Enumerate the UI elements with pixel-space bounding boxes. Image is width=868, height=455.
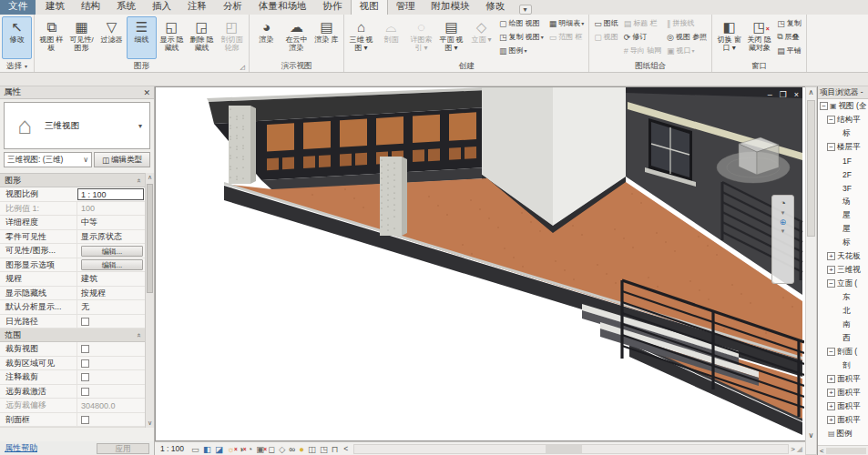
scroll-down-icon[interactable]: ∨ bbox=[806, 430, 816, 441]
tab-注释[interactable]: 注释 bbox=[179, 0, 215, 15]
button-图例[interactable]: ▥图例▾ bbox=[497, 44, 546, 57]
tree-item-标[interactable]: 标 bbox=[818, 126, 868, 140]
expand-box-icon[interactable]: + bbox=[827, 375, 835, 383]
tree-item-结构平[interactable]: −结构平 bbox=[818, 113, 868, 126]
button-平面视图[interactable]: ▤平面 视图 ▾ bbox=[436, 16, 466, 59]
panel-menu-arrow-icon[interactable]: ▾ bbox=[25, 63, 27, 69]
expand-box-icon[interactable]: + bbox=[827, 416, 835, 424]
tree-item-面积平[interactable]: +面积平 bbox=[818, 386, 868, 399]
drawing-area-3d-view[interactable]: – ❐ × ◔▾⊕▾ bbox=[155, 86, 805, 441]
scroll-thumb[interactable] bbox=[546, 445, 582, 453]
tree-item-屋[interactable]: 屋 bbox=[818, 208, 868, 222]
property-value[interactable] bbox=[77, 413, 145, 427]
edit-type-button[interactable]: ◫ 编辑类型 bbox=[94, 152, 150, 167]
show-rendering-dialog-icon[interactable]: ◔ bbox=[247, 444, 252, 454]
checkbox[interactable] bbox=[81, 388, 89, 396]
button-层叠[interactable]: ⧉层叠 bbox=[775, 30, 803, 44]
tree-item-立面 ([interactable]: −立面 ( bbox=[818, 277, 868, 290]
button-修订[interactable]: ⟳修订 bbox=[622, 30, 663, 44]
tab-协作[interactable]: 协作 bbox=[315, 0, 351, 15]
collapse-box-icon[interactable]: − bbox=[827, 279, 835, 288]
browser-horizontal-scrollbar[interactable]: < bbox=[818, 445, 868, 455]
button-细线[interactable]: ☰细线 bbox=[127, 16, 157, 59]
navigation-bar[interactable]: ◔▾⊕▾ bbox=[771, 195, 794, 284]
checkbox[interactable] bbox=[81, 345, 89, 353]
property-value[interactable] bbox=[77, 357, 145, 370]
scroll-thumb[interactable] bbox=[826, 448, 866, 454]
property-value[interactable] bbox=[77, 342, 145, 356]
button-三维视图[interactable]: ⌂三维 视图 ▾ bbox=[346, 16, 376, 59]
close-icon[interactable]: ✕ bbox=[143, 88, 150, 97]
button-图纸[interactable]: ▭图纸 bbox=[592, 16, 620, 30]
tree-item-西[interactable]: 西 bbox=[818, 331, 868, 345]
tab-建筑[interactable]: 建筑 bbox=[37, 0, 73, 15]
button-视图参照[interactable]: ◎视图 参照 bbox=[665, 30, 709, 44]
properties-help-link[interactable]: 属性帮助 bbox=[5, 442, 37, 454]
dialog-launcher-icon[interactable]: ◿ bbox=[240, 64, 245, 71]
tree-item-图例[interactable]: ▤图例 bbox=[818, 427, 868, 440]
tree-item-3F[interactable]: 3F bbox=[818, 181, 868, 195]
tree-item-楼层平[interactable]: −楼层平 bbox=[818, 140, 868, 154]
property-value[interactable]: 无 bbox=[77, 300, 145, 314]
button-复制[interactable]: ◳复制 bbox=[775, 16, 803, 30]
tab-系统[interactable]: 系统 bbox=[108, 0, 144, 15]
property-value[interactable]: 显示原状态 bbox=[77, 230, 145, 244]
tab-结构[interactable]: 结构 bbox=[73, 0, 108, 15]
properties-scrollbar[interactable]: ∧ ∨ bbox=[145, 173, 154, 428]
button-切换窗口[interactable]: ◧切换 窗口 ▾ bbox=[714, 16, 744, 59]
ribbon-display-toggle[interactable]: ▾ bbox=[519, 5, 532, 15]
scroll-up-icon[interactable]: ∧ bbox=[146, 173, 154, 182]
property-value[interactable] bbox=[77, 315, 145, 329]
view-scale-icon[interactable]: ▭ bbox=[191, 444, 199, 454]
button-可见性/图形[interactable]: ▦可见性/ 图形 bbox=[66, 16, 97, 59]
button-修改[interactable]: ↖修改 bbox=[2, 16, 32, 59]
collapse-arrow-icon[interactable]: < bbox=[343, 444, 348, 453]
button-渲染[interactable]: ◕渲染 bbox=[251, 16, 281, 59]
property-value[interactable]: 建筑 bbox=[77, 272, 145, 286]
tree-item-视图 (全[interactable]: −▣视图 (全 bbox=[818, 99, 868, 113]
scroll-right-icon[interactable]: > bbox=[791, 445, 795, 453]
property-value[interactable] bbox=[77, 370, 145, 384]
apply-button[interactable]: 应用 bbox=[97, 443, 149, 454]
button-关闭隐藏对象[interactable]: ◳×关闭 隐藏对象 bbox=[744, 16, 774, 59]
tree-item-场[interactable]: 场 bbox=[818, 195, 868, 208]
button-绘图视图[interactable]: ▢绘图 视图 bbox=[497, 16, 546, 30]
tree-item-屋[interactable]: 屋 bbox=[818, 222, 868, 236]
property-value[interactable]: 编辑... bbox=[77, 258, 145, 272]
tree-item-南[interactable]: 南 bbox=[818, 318, 868, 331]
button-视图样板[interactable]: ⧉视图 样板 bbox=[36, 16, 66, 59]
scroll-left-icon[interactable]: < bbox=[820, 447, 824, 455]
property-value[interactable]: 100 bbox=[77, 202, 145, 216]
steering-wheel-icon[interactable]: ◔ bbox=[780, 197, 786, 208]
zoom-menu-arrow-icon[interactable]: ▾ bbox=[781, 228, 785, 235]
view-scale-button[interactable]: 1 : 100 bbox=[160, 444, 184, 453]
edit-button[interactable]: 编辑... bbox=[81, 259, 143, 270]
view-restore-icon[interactable]: ❐ bbox=[780, 90, 788, 99]
collapse-box-icon[interactable]: − bbox=[827, 348, 835, 356]
property-value[interactable]: 1 : 100 bbox=[77, 188, 144, 200]
checkbox[interactable] bbox=[81, 373, 89, 381]
resize-grip[interactable]: ◢ bbox=[797, 445, 802, 453]
show-crop-region-icon[interactable]: ◻ bbox=[268, 444, 275, 454]
tab-文件[interactable]: 文件 bbox=[0, 0, 36, 15]
expand-box-icon[interactable]: + bbox=[827, 389, 835, 397]
sun-path-icon[interactable]: ☼× bbox=[227, 444, 235, 454]
expand-box-icon[interactable]: + bbox=[827, 266, 835, 274]
tree-item-北[interactable]: 北 bbox=[818, 304, 868, 318]
section-header-图形[interactable]: 图形« bbox=[0, 174, 145, 187]
button-显示隐藏线[interactable]: ◱显示 隐藏线 bbox=[157, 16, 187, 59]
shadows-icon[interactable]: ◑× bbox=[239, 444, 244, 454]
button-删除隐藏线[interactable]: ◲删除 隐藏线 bbox=[187, 16, 217, 59]
view-minimize-icon[interactable]: – bbox=[768, 90, 773, 99]
edit-button[interactable]: 编辑... bbox=[81, 246, 143, 257]
scroll-thumb[interactable] bbox=[147, 184, 153, 293]
property-value[interactable] bbox=[77, 385, 145, 399]
temporary-hide-isolate-icon[interactable]: ∞ bbox=[289, 444, 295, 454]
tree-item-剖面 ([interactable]: −剖面 ( bbox=[818, 345, 868, 359]
crop-view-icon[interactable]: ▣× bbox=[256, 444, 264, 454]
tab-分析[interactable]: 分析 bbox=[215, 0, 250, 15]
scroll-thumb[interactable] bbox=[807, 100, 815, 237]
visual-style-icon[interactable]: ◪ bbox=[215, 444, 223, 454]
tab-管理[interactable]: 管理 bbox=[388, 0, 424, 15]
expand-box-icon[interactable]: + bbox=[827, 252, 835, 260]
